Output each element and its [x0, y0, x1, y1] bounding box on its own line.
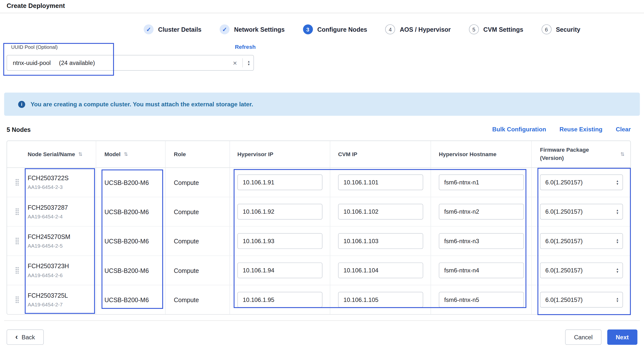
cvm-ip-input[interactable] [338, 262, 423, 278]
column-header-label: Model [104, 151, 120, 157]
caret-down-icon: ▼ [616, 271, 619, 273]
firmware-value: 6.0(1.250157) [545, 179, 582, 186]
cell-role: Compute [166, 227, 230, 256]
node-role: Compute [174, 208, 199, 215]
step-complete-check-icon: ✓ [220, 24, 230, 34]
firmware-select[interactable]: 6.0(1.250157) ▲▼ [540, 233, 623, 249]
step-label: Network Settings [234, 26, 285, 33]
cell-serial: FCH2503723H AA19-6454-2-6 [7, 256, 96, 285]
select-caret-icon: ▲▼ [616, 238, 619, 244]
hypervisor-ip-input[interactable] [237, 233, 322, 249]
column-header-firmware[interactable]: Firmware Package (Version) ⇅ [532, 141, 630, 167]
step-cluster-details[interactable]: ✓ Cluster Details [144, 24, 202, 34]
cell-hypervisor-ip [230, 197, 330, 226]
drag-handle-icon[interactable] [15, 267, 19, 274]
node-role: Compute [174, 237, 199, 244]
step-label: AOS / Hypervisor [400, 26, 451, 33]
cancel-button-label: Cancel [574, 334, 592, 340]
step-aos-hypervisor[interactable]: 4 AOS / Hypervisor [385, 24, 451, 34]
sort-icon[interactable]: ⇅ [620, 151, 625, 157]
firmware-value: 6.0(1.250157) [545, 296, 582, 303]
clear-link[interactable]: Clear [616, 126, 631, 133]
drag-handle-icon[interactable] [15, 179, 19, 186]
step-number-badge: 6 [542, 24, 552, 34]
nodes-count: 5 Nodes [7, 126, 31, 133]
uuid-pool-select[interactable]: ntnx-uuid-pool (24 available) × ▲▼ [7, 55, 254, 71]
step-complete-check-icon: ✓ [144, 24, 154, 34]
drag-handle-icon[interactable] [15, 237, 19, 245]
cell-firmware: 6.0(1.250157) ▲▼ [532, 227, 630, 256]
hypervisor-hostname-input[interactable] [439, 204, 524, 219]
select-caret-icon[interactable]: ▲▼ [242, 58, 250, 67]
hypervisor-hostname-input[interactable] [439, 262, 524, 278]
cell-hypervisor-ip [230, 168, 330, 197]
uuid-pool-label: UUID Pool (Optional) [11, 44, 58, 50]
table-row: FCH2503725L AA19-6454-2-7 UCSB-B200-M6 C… [7, 285, 630, 314]
hypervisor-ip-input[interactable] [237, 175, 322, 190]
node-name: AA19-6454-2-5 [28, 243, 70, 249]
cvm-ip-input[interactable] [338, 292, 423, 308]
next-button-label: Next [616, 334, 629, 340]
cancel-button[interactable]: Cancel [565, 329, 601, 345]
cvm-ip-input[interactable] [338, 175, 423, 190]
firmware-select[interactable]: 6.0(1.250157) ▲▼ [540, 262, 623, 278]
hypervisor-ip-input[interactable] [237, 292, 322, 308]
cell-firmware: 6.0(1.250157) ▲▼ [532, 285, 630, 314]
node-role: Compute [174, 267, 199, 274]
table-row: FCH2503723H AA19-6454-2-6 UCSB-B200-M6 C… [7, 256, 630, 285]
hypervisor-ip-input[interactable] [237, 204, 322, 219]
select-caret-icon: ▲▼ [616, 297, 619, 302]
column-header-serial[interactable]: Node Serial/Name ⇅ [7, 141, 96, 167]
step-cvm-settings[interactable]: 5 CVM Settings [469, 24, 523, 34]
sort-icon[interactable]: ⇅ [124, 151, 128, 157]
cell-model: UCSB-B200-M6 [96, 168, 166, 197]
caret-down-icon: ▼ [616, 241, 619, 244]
cell-serial: FCH25037287 AA19-6454-2-4 [7, 197, 96, 226]
hypervisor-hostname-input[interactable] [439, 292, 524, 308]
cell-model: UCSB-B200-M6 [96, 256, 166, 285]
select-caret-icon: ▲▼ [616, 180, 619, 185]
bulk-configuration-link[interactable]: Bulk Configuration [492, 126, 546, 133]
column-header-model[interactable]: Model ⇅ [96, 141, 166, 167]
hypervisor-hostname-input[interactable] [439, 175, 524, 190]
cvm-ip-input[interactable] [338, 204, 423, 219]
caret-up-icon: ▲ [616, 238, 619, 241]
nodes-bar: 5 Nodes Bulk Configuration Reuse Existin… [7, 126, 631, 133]
hypervisor-hostname-input[interactable] [439, 233, 524, 249]
node-model: UCSB-B200-M6 [104, 296, 149, 303]
firmware-select[interactable]: 6.0(1.250157) ▲▼ [540, 175, 623, 190]
node-role: Compute [174, 296, 199, 303]
reuse-existing-link[interactable]: Reuse Existing [560, 126, 602, 133]
node-model: UCSB-B200-M6 [104, 208, 149, 215]
chevron-left-icon: ‹ [15, 333, 18, 340]
next-button[interactable]: Next [607, 329, 637, 345]
clear-selection-icon[interactable]: × [228, 59, 242, 66]
step-network-settings[interactable]: ✓ Network Settings [220, 24, 285, 34]
step-configure-nodes[interactable]: 3 Configure Nodes [303, 24, 367, 34]
table-row: FCH245270SM AA19-6454-2-5 UCSB-B200-M6 C… [7, 227, 630, 256]
cell-hypervisor-ip [230, 285, 330, 314]
sort-icon[interactable]: ⇅ [78, 151, 83, 157]
cell-hostname [431, 256, 532, 285]
back-button-label: Back [22, 334, 35, 340]
step-security[interactable]: 6 Security [542, 24, 580, 34]
column-header-hypervisor-ip: Hypervisor IP [230, 141, 330, 167]
step-label: Configure Nodes [317, 26, 367, 33]
step-number-badge: 3 [303, 24, 313, 34]
wizard-stepper: ✓ Cluster Details ✓ Network Settings 3 C… [144, 22, 580, 37]
hypervisor-ip-input[interactable] [237, 262, 322, 278]
cell-firmware: 6.0(1.250157) ▲▼ [532, 168, 630, 197]
caret-up-icon: ▲ [247, 60, 250, 63]
cell-cvm-ip [330, 227, 431, 256]
refresh-link[interactable]: Refresh [235, 44, 256, 50]
cell-cvm-ip [330, 197, 431, 226]
drag-handle-icon[interactable] [15, 296, 19, 303]
cell-hypervisor-ip [230, 227, 330, 256]
back-button[interactable]: ‹ Back [7, 329, 44, 345]
cell-cvm-ip [330, 285, 431, 314]
firmware-select[interactable]: 6.0(1.250157) ▲▼ [540, 292, 623, 308]
drag-handle-icon[interactable] [15, 208, 19, 215]
cell-hostname [431, 227, 532, 256]
cvm-ip-input[interactable] [338, 233, 423, 249]
firmware-select[interactable]: 6.0(1.250157) ▲▼ [540, 204, 623, 219]
